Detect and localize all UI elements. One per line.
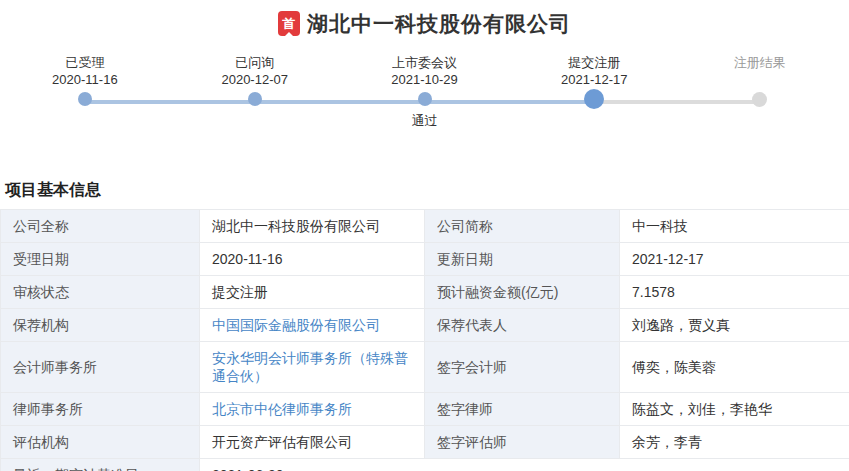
table-row: 受理日期 2020-11-16 更新日期 2021-12-17 (1, 243, 849, 276)
stage-dot-icon (248, 92, 262, 106)
field-value-sponsor: 中国国际金融股份有限公司 (200, 309, 425, 342)
field-label-company-full-name: 公司全称 (1, 210, 200, 243)
field-label-company-short-name: 公司简称 (425, 210, 620, 243)
field-value-accounting-firm: 安永华明会计师事务所（特殊普通合伙） (200, 342, 425, 393)
table-row: 会计师事务所 安永华明会计师事务所（特殊普通合伙） 签字会计师 傅奕，陈美蓉 (1, 342, 849, 393)
field-label-accounting-firm: 会计师事务所 (1, 342, 200, 393)
stage-label: 注册结果 (685, 54, 835, 71)
stage-dot-icon (78, 92, 92, 106)
accounting-firm-link[interactable]: 安永华明会计师事务所（特殊普通合伙） (212, 350, 408, 384)
field-label-signing-appraisers: 签字评估师 (425, 426, 620, 459)
stage-label: 提交注册 (519, 54, 669, 71)
field-value-signing-lawyers: 陈益文，刘佳，李艳华 (620, 393, 849, 426)
field-label-update-date: 更新日期 (425, 243, 620, 276)
page: 首 湖北中一科技股份有限公司 已受理 2020-11-16 已问询 2020-1… (0, 0, 849, 471)
page-title: 湖北中一科技股份有限公司 (307, 10, 571, 38)
stage-date: 2021-12-17 (519, 71, 669, 88)
field-label-signing-accountants: 签字会计师 (425, 342, 620, 393)
field-label-signing-lawyers: 签字律师 (425, 393, 620, 426)
stage-sub-label (685, 112, 835, 129)
table-row: 审核状态 提交注册 预计融资金额(亿元) 7.1578 (1, 276, 849, 309)
stage-date: 2021-10-29 (350, 71, 500, 88)
field-label-expected-financing: 预计融资金额(亿元) (425, 276, 620, 309)
field-label-sponsor: 保荐机构 (1, 309, 200, 342)
timeline-stage-inquired: 已问询 2020-12-07 (180, 54, 330, 129)
field-value-company-short-name: 中一科技 (620, 210, 849, 243)
table-row: 保荐机构 中国国际金融股份有限公司 保荐代表人 刘逸路，贾义真 (1, 309, 849, 342)
field-value-signing-accountants: 傅奕，陈美蓉 (620, 342, 849, 393)
stage-date: 2020-11-16 (10, 71, 160, 88)
section-title: 项目基本信息 (5, 180, 849, 200)
field-value-update-date: 2021-12-17 (620, 243, 849, 276)
stage-sub-label (519, 112, 669, 129)
timeline-track-completed (85, 100, 594, 104)
field-value-valuation-agency: 开元资产评估有限公司 (200, 426, 425, 459)
field-label-valuation-agency: 评估机构 (1, 426, 200, 459)
field-label-sponsor-representatives: 保荐代表人 (425, 309, 620, 342)
badge-glyph: 首 (283, 17, 296, 30)
field-value-law-firm: 北京市中伦律师事务所 (200, 393, 425, 426)
field-label-review-status: 审核状态 (1, 276, 200, 309)
stage-dot-icon (418, 92, 432, 106)
timeline-stage-listing-committee: 上市委会议 2021-10-29 通过 (350, 54, 500, 129)
timeline-stage-registration-result: 注册结果 (685, 54, 835, 129)
field-value-latest-audit-base-date: 2021-06-30 (200, 459, 849, 471)
stage-sub-label (10, 112, 160, 129)
stage-sub-label (180, 112, 330, 129)
field-value-company-full-name: 湖北中一科技股份有限公司 (200, 210, 425, 243)
stage-dot-active-icon (584, 89, 604, 109)
ipo-first-issue-badge-icon: 首 (278, 11, 300, 36)
stage-date: 2020-12-07 (180, 71, 330, 88)
stage-dot-pending-icon (752, 92, 767, 107)
stage-label: 已受理 (10, 54, 160, 71)
field-value-sponsor-representatives: 刘逸路，贾义真 (620, 309, 849, 342)
stage-date (685, 71, 835, 88)
sponsor-link[interactable]: 中国国际金融股份有限公司 (212, 317, 380, 333)
project-info-table: 公司全称 湖北中一科技股份有限公司 公司简称 中一科技 受理日期 2020-11… (0, 209, 849, 471)
field-value-signing-appraisers: 余芳，李青 (620, 426, 849, 459)
timeline-stage-submit-registration: 提交注册 2021-12-17 (519, 54, 669, 129)
stage-label: 上市委会议 (350, 54, 500, 71)
field-label-law-firm: 律师事务所 (1, 393, 200, 426)
table-row: 律师事务所 北京市中伦律师事务所 签字律师 陈益文，刘佳，李艳华 (1, 393, 849, 426)
field-value-review-status: 提交注册 (200, 276, 425, 309)
table-row: 公司全称 湖北中一科技股份有限公司 公司简称 中一科技 (1, 210, 849, 243)
field-label-acceptance-date: 受理日期 (1, 243, 200, 276)
stage-result-label: 通过 (350, 112, 500, 129)
table-row: 评估机构 开元资产评估有限公司 签字评估师 余芳，李青 (1, 426, 849, 459)
progress-timeline: 已受理 2020-11-16 已问询 2020-12-07 上市委会议 2021… (0, 54, 849, 132)
field-value-expected-financing: 7.1578 (620, 276, 849, 309)
field-label-latest-audit-base-date: 最近一期审计基准日 (1, 459, 200, 471)
page-header: 首 湖北中一科技股份有限公司 (0, 0, 849, 38)
stage-label: 已问询 (180, 54, 330, 71)
field-value-acceptance-date: 2020-11-16 (200, 243, 425, 276)
timeline-stage-accepted: 已受理 2020-11-16 (10, 54, 160, 129)
table-row: 最近一期审计基准日 2021-06-30 (1, 459, 849, 471)
law-firm-link[interactable]: 北京市中伦律师事务所 (212, 401, 352, 417)
